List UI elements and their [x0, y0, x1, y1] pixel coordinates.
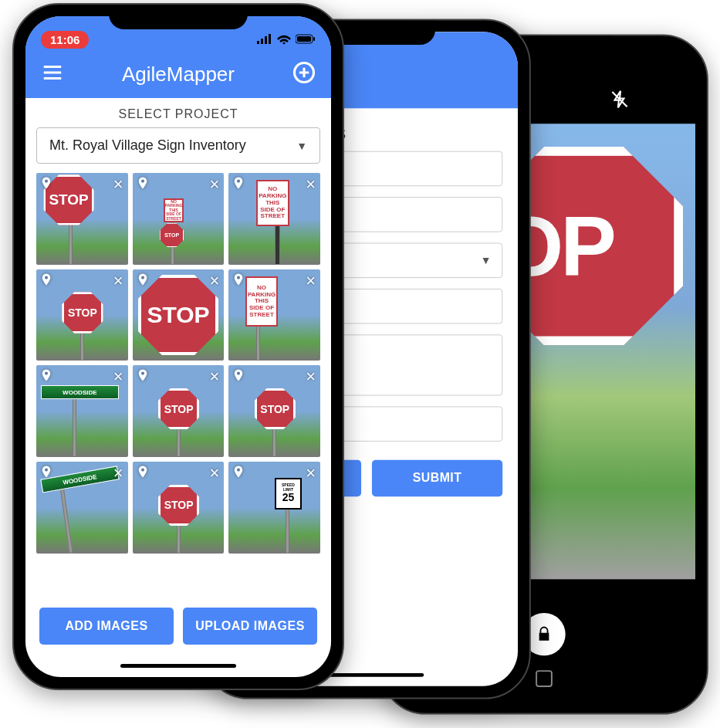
menu-icon[interactable] [41, 61, 64, 87]
chevron-down-icon: ▼ [296, 140, 307, 152]
remove-icon[interactable]: × [113, 368, 123, 385]
remove-icon[interactable]: × [209, 176, 219, 193]
phone-mockup-gallery: 11:06 AgileMapper SELECT PROJECT Mt. Roy… [12, 3, 344, 690]
image-thumbnail[interactable]: ×STOP [133, 462, 225, 554]
image-thumbnail[interactable]: ×SPEEDLIMIT25 [228, 462, 320, 554]
image-thumbnail[interactable]: ×NO PARKING THIS SIDE OF STREETSTOP [133, 173, 225, 265]
image-thumbnail[interactable]: ×NO PARKING THIS SIDE OF STREET [228, 269, 320, 361]
svg-rect-5 [269, 34, 271, 44]
remove-icon[interactable]: × [209, 368, 219, 385]
remove-icon[interactable]: × [113, 273, 123, 290]
remove-icon[interactable]: × [306, 465, 316, 482]
bottom-actions: ADD IMAGES UPLOAD IMAGES [25, 608, 331, 645]
image-thumbnail[interactable]: ×WOODSIDE [36, 365, 128, 457]
svg-rect-8 [313, 37, 315, 41]
add-icon[interactable] [292, 61, 316, 87]
pin-icon [39, 368, 53, 382]
chevron-down-icon: ▼ [481, 254, 492, 266]
pin-icon [39, 176, 53, 190]
remove-icon[interactable]: × [306, 176, 316, 193]
pin-icon [232, 176, 245, 190]
svg-rect-2 [257, 41, 259, 44]
status-time: 11:06 [41, 31, 89, 49]
notch [109, 5, 248, 29]
pin-icon [232, 273, 245, 286]
remove-icon[interactable]: × [113, 465, 123, 482]
battery-icon [296, 34, 316, 45]
pin-icon [136, 368, 150, 382]
remove-icon[interactable]: × [306, 368, 316, 385]
submit-button[interactable]: SUBMIT [372, 460, 502, 497]
image-thumbnail[interactable]: ×STOP [133, 365, 225, 457]
flash-off-icon[interactable] [610, 90, 630, 113]
image-thumbnail[interactable]: ×STOP [133, 269, 225, 361]
svg-rect-3 [261, 39, 263, 44]
image-thumbnail[interactable]: ×STOP [36, 173, 128, 265]
pin-icon [136, 273, 150, 286]
remove-icon[interactable]: × [209, 273, 219, 290]
image-thumbnail[interactable]: ×STOP [228, 365, 320, 457]
status-icons [257, 34, 316, 45]
pin-icon [136, 176, 150, 190]
remove-icon[interactable]: × [306, 273, 316, 290]
image-grid: ×STOP×NO PARKING THIS SIDE OF STREETSTOP… [25, 173, 331, 554]
image-thumbnail[interactable]: ×STOP [36, 269, 128, 361]
svg-rect-4 [265, 36, 267, 44]
home-indicator[interactable] [120, 664, 236, 668]
project-select-value: Mt. Royal Village Sign Inventory [49, 137, 246, 154]
pin-icon [232, 465, 245, 479]
remove-icon[interactable]: × [209, 465, 219, 482]
project-select[interactable]: Mt. Royal Village Sign Inventory ▼ [36, 127, 320, 164]
app-title: AgileMapper [122, 63, 235, 86]
cellular-icon [257, 34, 272, 45]
wifi-icon [277, 34, 291, 45]
pin-icon [39, 465, 53, 479]
pin-icon [39, 273, 53, 286]
gallery-screen: 11:06 AgileMapper SELECT PROJECT Mt. Roy… [25, 16, 331, 677]
pin-icon [136, 465, 150, 479]
pin-icon [232, 368, 245, 382]
image-thumbnail[interactable]: ×NO PARKING THIS SIDE OF STREET [228, 173, 320, 265]
add-images-button[interactable]: ADD IMAGES [39, 608, 174, 645]
upload-images-button[interactable]: UPLOAD IMAGES [183, 608, 317, 645]
select-label: SELECT PROJECT [25, 98, 331, 127]
svg-rect-7 [297, 36, 311, 42]
image-thumbnail[interactable]: ×WOODSIDE [36, 462, 128, 554]
nav-square-icon[interactable] [536, 670, 553, 687]
remove-icon[interactable]: × [113, 176, 123, 193]
